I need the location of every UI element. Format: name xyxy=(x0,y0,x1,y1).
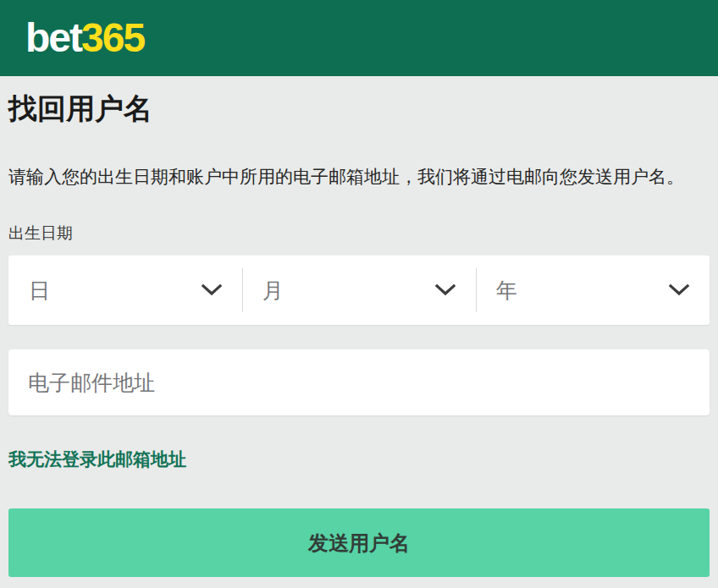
main-content: 找回用户名 请输入您的出生日期和账户中所用的电子邮箱地址，我们将通过电邮向您发送… xyxy=(0,90,718,577)
send-username-button[interactable]: 发送用户名 xyxy=(8,508,710,577)
dropdown-divider xyxy=(242,268,243,312)
month-select-value: 月 xyxy=(262,277,284,305)
email-address-input[interactable] xyxy=(8,349,710,415)
instruction-text: 请输入您的出生日期和账户中所用的电子邮箱地址，我们将通过电邮向您发送用户名。 xyxy=(8,165,710,188)
month-select[interactable]: 月 xyxy=(242,256,476,325)
bet365-logo[interactable]: bet365 xyxy=(25,18,144,58)
logo-text-bet: bet xyxy=(25,15,81,60)
chevron-down-icon xyxy=(669,284,689,296)
date-of-birth-selects: 日 月 年 xyxy=(8,256,710,325)
logo-text-365: 365 xyxy=(81,15,144,60)
chevron-down-icon xyxy=(202,284,222,296)
page-title: 找回用户名 xyxy=(8,90,710,127)
dropdown-divider xyxy=(476,268,477,312)
year-select-value: 年 xyxy=(496,277,517,305)
year-select[interactable]: 年 xyxy=(476,256,710,325)
chevron-down-icon xyxy=(435,284,456,296)
day-select-value: 日 xyxy=(29,277,50,305)
top-header-bar: bet365 xyxy=(0,0,718,76)
cannot-access-email-link[interactable]: 我无法登录此邮箱地址 xyxy=(8,449,186,470)
day-select[interactable]: 日 xyxy=(8,256,242,325)
date-of-birth-label: 出生日期 xyxy=(8,223,710,244)
